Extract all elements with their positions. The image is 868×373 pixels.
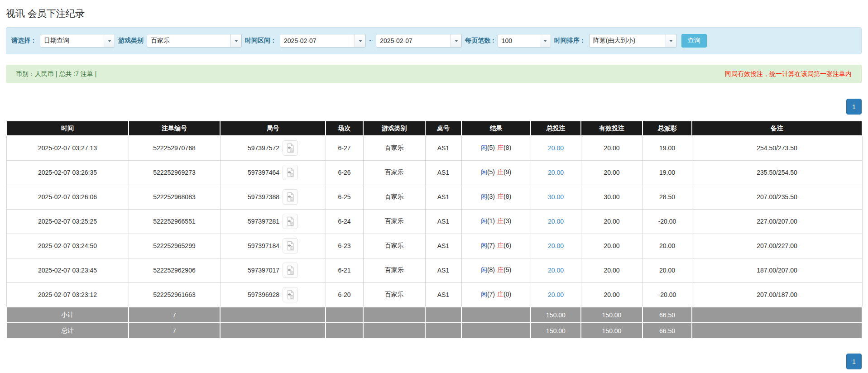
- result-player: 闲: [481, 291, 487, 298]
- cell-game-type: 百家乐: [363, 136, 425, 160]
- video-file-glyph: [286, 241, 295, 251]
- chevron-down-icon[interactable]: [451, 34, 461, 47]
- cell-bet-number: 522252961663: [129, 282, 220, 307]
- result-banker: 庄: [497, 266, 504, 273]
- cell-valid-bet: 20.00: [581, 234, 643, 258]
- records-table: 时间注单编号局号场次游戏类别桌号结果总投注有效投注总派彩备注 2025-02-0…: [6, 120, 863, 339]
- sort-order-select[interactable]: 降冪(由大到小): [589, 34, 677, 48]
- video-icon[interactable]: [283, 238, 298, 253]
- chevron-down-icon[interactable]: [230, 34, 241, 47]
- total-bet-link[interactable]: 20.00: [548, 169, 564, 176]
- video-icon[interactable]: [283, 214, 298, 229]
- video-file-glyph: [286, 143, 295, 153]
- cell-total-bet: 20.00: [531, 160, 581, 185]
- video-icon[interactable]: [283, 263, 298, 278]
- total-bet-link[interactable]: 20.00: [548, 291, 564, 298]
- cell-result: 闲(5)庄(9): [461, 160, 531, 185]
- round-wrap: 597396928: [222, 287, 324, 302]
- sum-empty-cell: [692, 307, 862, 323]
- cell-payout: 19.00: [643, 160, 692, 185]
- cell-valid-bet: 20.00: [581, 160, 643, 185]
- filter-bar: 请选择： 日期查询 游戏类别 百家乐 时间区间： 2025-02-07 ~ 20…: [6, 27, 862, 54]
- chevron-down-icon[interactable]: [666, 34, 676, 47]
- cell-payout: -20.00: [643, 209, 692, 234]
- cell-session: 6-24: [326, 209, 363, 234]
- column-header: 备注: [692, 121, 862, 136]
- video-icon[interactable]: [283, 287, 298, 302]
- round-number: 597397388: [248, 193, 279, 201]
- page-button[interactable]: 1: [846, 99, 862, 115]
- game-type-select[interactable]: 百家乐: [147, 34, 242, 48]
- sum-total-bet: 150.00: [531, 323, 581, 339]
- cell-session: 6-23: [326, 234, 363, 258]
- column-header: 局号: [220, 121, 326, 136]
- table-head: 时间注单编号局号场次游戏类别桌号结果总投注有效投注总派彩备注: [6, 121, 862, 136]
- cell-table-number: AS1: [425, 282, 461, 307]
- cell-payout: 20.00: [643, 234, 692, 258]
- total-bet-link[interactable]: 20.00: [548, 218, 564, 225]
- page-size-select[interactable]: 100: [498, 34, 551, 48]
- table-row: 2025-02-07 03:25:25522252966551597397281…: [6, 209, 862, 234]
- cell-result: 闲(7)庄(0): [461, 282, 531, 307]
- video-file-glyph: [286, 265, 295, 275]
- date-from-value: 2025-02-07: [280, 34, 355, 47]
- chevron-down-icon[interactable]: [104, 34, 115, 47]
- round-number: 597397281: [248, 218, 279, 225]
- chevron-down-icon[interactable]: [540, 34, 551, 47]
- page-title: 视讯 会员下注纪录: [6, 7, 862, 20]
- chevron-down-icon[interactable]: [355, 34, 365, 47]
- result-player: 闲: [481, 217, 487, 225]
- round-number: 597397017: [248, 267, 279, 274]
- game-type-label: 游戏类别: [118, 37, 144, 45]
- cell-game-type: 百家乐: [363, 209, 425, 234]
- cell-table-number: AS1: [425, 185, 461, 209]
- sum-empty-cell: [692, 323, 862, 339]
- query-button[interactable]: 查询: [681, 34, 707, 48]
- video-icon[interactable]: [283, 165, 298, 180]
- time-range-label: 时间区间：: [245, 37, 277, 45]
- cell-time: 2025-02-07 03:27:13: [6, 136, 129, 160]
- sum-empty-cell: [461, 323, 531, 339]
- cell-payout: 28.50: [643, 185, 692, 209]
- cell-result: 闲(5)庄(8): [461, 136, 531, 160]
- total-bet-link[interactable]: 20.00: [548, 242, 564, 249]
- result-banker-value: (0): [504, 291, 511, 298]
- video-icon[interactable]: [283, 189, 298, 205]
- table-row: 2025-02-07 03:26:35522252969273597397464…: [6, 160, 862, 185]
- cell-bet-number: 522252969273: [129, 160, 220, 185]
- column-header: 游戏类别: [363, 121, 425, 136]
- cell-session: 6-20: [326, 282, 363, 307]
- result-banker-value: (6): [504, 242, 511, 249]
- table-row: 2025-02-07 03:24:50522252965299597397184…: [6, 234, 862, 258]
- cell-result: 闲(3)庄(8): [461, 185, 531, 209]
- date-mode-select[interactable]: 日期查询: [40, 34, 115, 48]
- sum-empty-cell: [363, 323, 425, 339]
- cell-session: 6-26: [326, 160, 363, 185]
- cell-table-number: AS1: [425, 160, 461, 185]
- cell-table-number: AS1: [425, 209, 461, 234]
- video-icon[interactable]: [283, 140, 298, 156]
- chevron-down-icon: [235, 40, 238, 42]
- total-bet-link[interactable]: 20.00: [548, 144, 564, 152]
- round-number: 597396928: [248, 291, 279, 298]
- cell-game-type: 百家乐: [363, 160, 425, 185]
- total-bet-link[interactable]: 30.00: [548, 193, 564, 201]
- cell-bet-number: 522252968083: [129, 185, 220, 209]
- total-bet-link[interactable]: 20.00: [548, 267, 564, 274]
- round-number: 597397464: [248, 169, 279, 176]
- cell-result: 闲(7)庄(6): [461, 234, 531, 258]
- result-banker-value: (9): [504, 168, 511, 176]
- column-header: 时间: [6, 121, 129, 136]
- sum-payout: 66.50: [643, 323, 692, 339]
- cell-note: 207.00/187.00: [692, 282, 862, 307]
- cell-bet-number: 522252970768: [129, 136, 220, 160]
- summary-note: 同局有效投注，统一计算在该局第一张注单内: [725, 70, 852, 78]
- page-button[interactable]: 1: [846, 354, 862, 369]
- date-to-select[interactable]: 2025-02-07: [376, 34, 462, 48]
- date-from-select[interactable]: 2025-02-07: [280, 34, 366, 48]
- round-wrap: 597397017: [222, 263, 324, 278]
- cell-session: 6-27: [326, 136, 363, 160]
- total-row: 总计7150.00150.0066.50: [6, 323, 862, 339]
- chevron-down-icon: [359, 40, 362, 42]
- round-wrap: 597397572: [222, 140, 324, 156]
